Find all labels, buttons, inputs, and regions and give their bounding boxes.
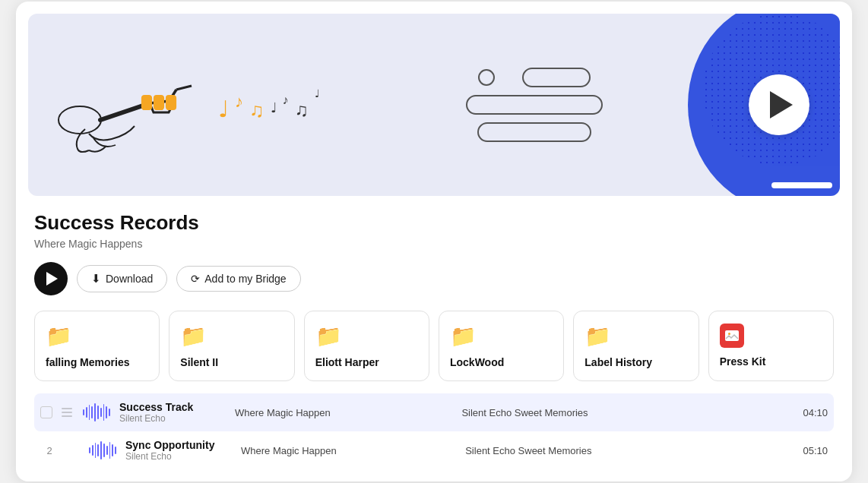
waveform-bar: [103, 444, 105, 457]
folder-card-press-kit[interactable]: Press Kit: [708, 311, 834, 381]
folder-name: LockWood: [450, 356, 553, 368]
track-row[interactable]: Success Track Silent Echo Where Magic Ha…: [34, 393, 834, 431]
label-name: Success Records: [34, 211, 834, 235]
waveform-bar: [100, 441, 102, 459]
folder-name: Eliott Harper: [315, 356, 418, 368]
hero-pill-decoration: [522, 68, 591, 87]
hero-circle-decoration: [478, 69, 495, 86]
track-info: Success Track Silent Echo: [119, 401, 226, 424]
svg-rect-3: [166, 96, 176, 109]
track-label: Where Magic Happen: [241, 445, 456, 456]
hero-banner: ♩ ♪ ♫ ♩ ♪ ♫ ♩: [28, 14, 840, 196]
folder-card-silent-ii[interactable]: 📁 Silent II: [169, 311, 294, 381]
waveform-bar: [112, 444, 113, 456]
waveform-bar: [109, 409, 110, 416]
hero-play-icon: [770, 91, 793, 118]
track-number: 2: [40, 445, 59, 456]
download-button[interactable]: ⬇ Download: [77, 265, 167, 292]
waveform-bar: [94, 403, 96, 421]
label-tagline: Where Magic Happens: [34, 238, 834, 250]
folder-icon: 📁: [315, 324, 418, 349]
track-title: Success Track: [119, 401, 226, 413]
track-waveform: [83, 402, 110, 423]
waveform-bar: [103, 404, 105, 421]
waveform-bar: [89, 405, 90, 420]
main-card: ♩ ♪ ♫ ♩ ♪ ♫ ♩: [16, 2, 852, 481]
track-artist: Silent Echo: [125, 451, 232, 462]
folder-icon: 📁: [584, 324, 687, 349]
download-label: Download: [106, 273, 153, 285]
play-icon: [46, 272, 58, 286]
folder-card-lockwood[interactable]: 📁 LockWood: [439, 311, 564, 381]
track-duration: 04:10: [797, 407, 828, 418]
track-title: Sync Opportunity: [125, 439, 232, 451]
hero-music-notes: ♩ ♪ ♫ ♩ ♪ ♫ ♩: [218, 87, 320, 122]
folder-card-label-history[interactable]: 📁 Label History: [573, 311, 699, 381]
track-checkbox[interactable]: [40, 406, 52, 418]
svg-point-5: [728, 333, 730, 335]
waveform-bar: [109, 442, 111, 459]
folder-grid: 📁 falling Memories 📁 Silent II 📁 Eliott …: [34, 311, 834, 381]
track-list: Success Track Silent Echo Where Magic Ha…: [34, 393, 834, 469]
svg-point-0: [59, 106, 101, 134]
track-drag-handle[interactable]: [62, 408, 74, 417]
hero-pill-sm2-decoration: [477, 122, 591, 142]
track-album: Silent Echo Sweet Memories: [465, 445, 788, 456]
hero-trumpet-illustration: [51, 44, 203, 166]
action-row: ⬇ Download ⟳ Add to my Bridge: [34, 262, 834, 295]
folder-card-falling-memories[interactable]: 📁 falling Memories: [34, 311, 160, 381]
track-row[interactable]: 2 Sync Opportunity Silent Echo Where Mag…: [34, 431, 834, 469]
play-button[interactable]: [34, 262, 68, 295]
track-label: Where Magic Happen: [235, 407, 452, 418]
folder-icon: 📁: [180, 324, 283, 349]
folder-name: Press Kit: [720, 355, 822, 368]
hero-play-button[interactable]: [749, 74, 809, 135]
folder-icon: 📁: [46, 324, 148, 349]
waveform-bar: [100, 408, 102, 417]
waveform-bar: [97, 406, 99, 419]
waveform-bar: [89, 447, 90, 453]
bridge-label: Add to my Bridge: [204, 273, 286, 285]
svg-rect-2: [154, 96, 163, 109]
track-info: Sync Opportunity Silent Echo: [125, 439, 232, 462]
folder-name: Label History: [584, 356, 687, 368]
track-duration: 05:10: [797, 445, 828, 456]
waveform-bar: [86, 407, 87, 418]
folder-name: falling Memories: [46, 356, 148, 368]
main-content: Success Records Where Magic Happens ⬇ Do…: [16, 196, 852, 481]
folder-card-eliott-harper[interactable]: 📁 Eliott Harper: [304, 311, 429, 381]
image-folder-icon: [720, 324, 744, 348]
hero-right-decoration: [642, 14, 840, 196]
track-waveform: [89, 440, 116, 461]
waveform-bar: [106, 446, 108, 455]
svg-rect-4: [725, 330, 739, 341]
waveform-bar: [91, 406, 93, 418]
hero-white-bar: [771, 182, 832, 188]
svg-rect-1: [142, 96, 151, 109]
hero-pill-sm-decoration: [466, 95, 603, 115]
waveform-bar: [115, 447, 116, 454]
folder-icon: 📁: [450, 324, 553, 349]
bridge-icon: ⟳: [191, 273, 200, 285]
folder-name: Silent II: [180, 356, 283, 368]
bridge-button[interactable]: ⟳ Add to my Bridge: [176, 266, 300, 292]
waveform-bar: [83, 409, 84, 415]
waveform-bar: [97, 444, 99, 456]
waveform-bar: [95, 443, 97, 458]
waveform-bar: [92, 445, 93, 456]
track-album: Silent Echo Sweet Memories: [461, 407, 788, 418]
download-icon: ⬇: [91, 272, 101, 286]
waveform-bar: [106, 406, 107, 418]
track-artist: Silent Echo: [119, 413, 226, 424]
